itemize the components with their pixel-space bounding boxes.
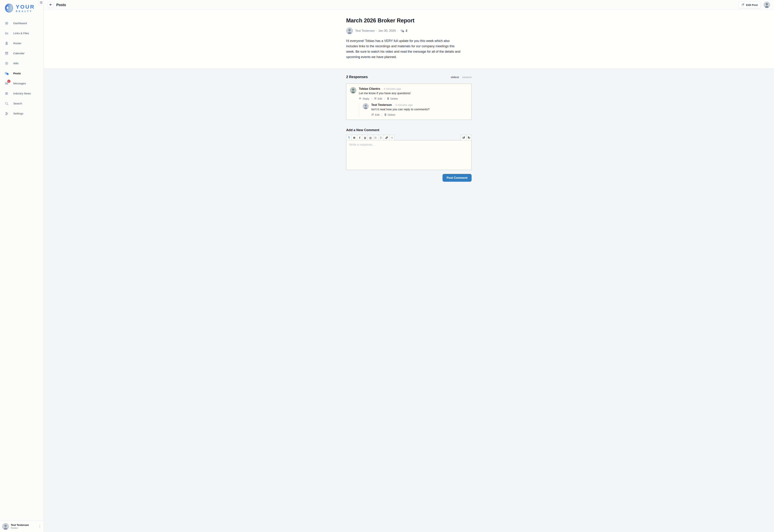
sidebar-item-label: Wiki xyxy=(13,62,18,65)
sidebar-nav: Dashboard Links & Files Roster Calendar … xyxy=(0,18,44,119)
sidebar-item-label: Settings xyxy=(13,112,23,115)
magnifier-icon xyxy=(4,101,9,106)
sidebar-item-label: Roster xyxy=(13,42,21,45)
envelope-icon: 2 xyxy=(4,81,9,86)
folder-icon xyxy=(4,31,9,35)
sidebar-item-wiki[interactable]: ? Wiki xyxy=(0,58,44,68)
brand-name: YOUR xyxy=(16,4,35,10)
brand-logo[interactable]: YOUR REALTY xyxy=(4,3,44,14)
sidebar-item-label: Calendar xyxy=(13,52,25,55)
question-circle-icon: ? xyxy=(4,61,9,66)
page-title: Posts xyxy=(56,3,66,7)
sidebar-toggle-button[interactable] xyxy=(39,0,44,5)
sidebar-item-dashboard[interactable]: Dashboard xyxy=(0,18,44,28)
sidebar-item-settings[interactable]: Settings xyxy=(0,109,44,119)
hamburger-icon xyxy=(40,1,42,4)
sidebar-item-label: Links & Files xyxy=(13,32,29,35)
topbar: Posts Edit Post xyxy=(44,0,281,10)
chat-bubbles-icon xyxy=(4,71,9,76)
id-badge-icon xyxy=(4,41,9,45)
sidebar-item-label: Posts xyxy=(13,72,21,75)
sliders-icon xyxy=(4,111,9,116)
back-arrow-icon xyxy=(49,3,52,7)
post-section: March 2026 Broker Report Test Testerson … xyxy=(44,10,281,69)
sidebar-item-label: Search xyxy=(13,102,22,105)
back-button[interactable] xyxy=(48,2,54,8)
responses-section: 2 Responses oldest newest Tobias Cilantr… xyxy=(44,69,281,192)
brand-logo-icon xyxy=(4,3,14,14)
sidebar-item-links-files[interactable]: Links & Files xyxy=(0,28,44,38)
sidebar: YOUR REALTY Dashboard Links & Files Rost… xyxy=(0,0,44,193)
gauge-icon xyxy=(4,21,9,25)
calendar-icon xyxy=(4,51,9,56)
svg-text:?: ? xyxy=(6,62,7,65)
sidebar-item-label: Dashboard xyxy=(13,22,27,25)
sidebar-item-messages[interactable]: 2 Messages xyxy=(0,78,44,88)
messages-unread-badge: 2 xyxy=(7,80,10,83)
sidebar-item-posts[interactable]: Posts xyxy=(0,68,44,78)
sidebar-item-label: Industry News xyxy=(13,92,31,95)
sidebar-item-label: Messages xyxy=(13,82,26,85)
sidebar-item-roster[interactable]: Roster xyxy=(0,38,44,48)
brand-name-sub: REALTY xyxy=(16,10,35,13)
main-content: Posts Edit Post March 2026 Broker Report… xyxy=(44,0,281,193)
sidebar-item-calendar[interactable]: Calendar xyxy=(0,48,44,58)
sidebar-item-search[interactable]: Search xyxy=(0,99,44,109)
newspaper-icon xyxy=(4,91,9,96)
sidebar-item-industry-news[interactable]: Industry News xyxy=(0,88,44,99)
